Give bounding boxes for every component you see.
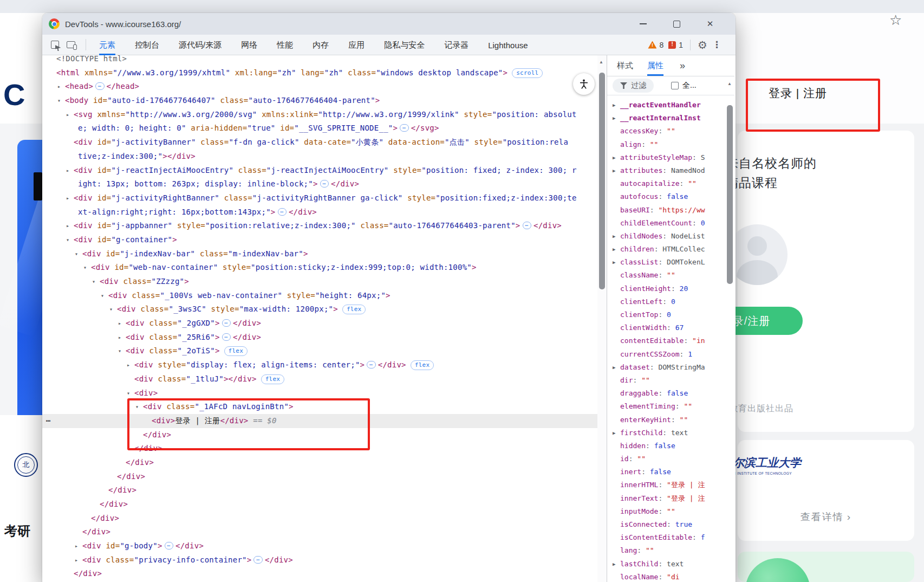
expand-arrow-open[interactable]: ▾ [101,289,104,303]
expand-arrow-closed[interactable]: ▸ [118,316,121,331]
code-line[interactable]: ▸<div id="g-body">⋯</div> [42,539,597,553]
warning-icon[interactable] [648,41,656,49]
panel-tab-属性[interactable]: 属性 [647,55,663,76]
code-line[interactable]: ▾<div class="ZZzzg"> [42,275,597,289]
code-line[interactable]: ight: 13px; bottom: 263px; display: inli… [42,177,597,191]
collapsed-content-icon[interactable]: ⋯ [320,180,329,187]
property-row-childNodes[interactable]: ▶childNodes: NodeList [607,230,726,243]
code-line[interactable]: </div> [42,525,597,539]
more-menu-icon[interactable]: ⋮ [712,39,721,50]
devtools-tab-元素[interactable]: 元素 [99,35,115,55]
property-row-clientTop[interactable]: clientTop: 0 [607,308,726,321]
close-button[interactable]: ✕ [693,14,727,34]
property-row-draggable[interactable]: draggable: false [607,387,726,400]
scroll-up-icon[interactable]: ▲ [727,81,732,86]
expand-arrow-closed[interactable]: ▶ [613,256,615,269]
code-line[interactable]: ▾<div class="_3ws3C" style="max-width: 1… [42,302,597,316]
expand-arrow-open[interactable]: ▾ [75,247,78,261]
expand-arrow-closed[interactable]: ▸ [118,331,121,345]
property-row-childElementCount[interactable]: childElementCount: 0 [607,217,726,230]
minimize-button[interactable] [626,14,660,34]
expand-arrow-closed[interactable]: ▶ [613,361,615,374]
expand-arrow-closed[interactable]: ▶ [613,164,615,177]
code-line[interactable]: ▾<body id="auto-id-1764677646407" class=… [42,94,597,108]
code-line[interactable]: ▸<head>⋯</head> [42,80,597,94]
code-line[interactable]: ▾<div class="_1AFcD navLoginBtn"> [42,400,597,414]
property-row-enterKeyHint[interactable]: enterKeyHint: "" [607,413,726,426]
property-row-__reactInternalInst[interactable]: ▶__reactInternalInst [607,112,726,125]
code-line[interactable]: ▸<div class="_2gGXD">⋯</div> [42,316,597,331]
properties-scrollbar-thumb[interactable] [727,105,733,284]
show-all-checkbox[interactable] [671,82,679,89]
expand-arrow-closed[interactable]: ▸ [66,164,69,178]
flex-badge[interactable]: flex [411,360,434,370]
expand-arrow-open[interactable]: ▾ [83,261,87,275]
view-details-link[interactable]: 查看详情› [738,510,914,523]
code-line[interactable]: </div> [42,512,597,526]
login-register-button[interactable]: 登录 | 注册 [769,86,827,101]
property-row-inputMode[interactable]: inputMode: "" [607,505,726,518]
expand-arrow-closed[interactable]: ▶ [613,426,615,439]
code-line[interactable]: </div> [42,442,597,456]
code-line[interactable]: ▸<div id="j-appbanner" style="position:r… [42,219,597,233]
code-line[interactable]: </div> [42,567,597,581]
expand-arrow-open[interactable]: ▾ [127,386,130,400]
expand-arrow-closed[interactable]: ▸ [57,80,61,94]
property-row-baseURI[interactable]: baseURI: "https://ww [607,204,726,217]
devtools-tab-Lighthouse[interactable]: Lighthouse [488,35,528,55]
property-row-clientHeight[interactable]: clientHeight: 20 [607,282,726,295]
property-row-clientLeft[interactable]: clientLeft: 0 [607,295,726,308]
expand-arrow-closed[interactable]: ▸ [75,539,78,553]
bookmark-star-icon[interactable]: ☆ [889,12,902,29]
code-line[interactable]: xt-align:right;right: 16px;bottom:143px;… [42,205,597,219]
expand-arrow-closed[interactable]: ▶ [613,558,615,571]
scroll-up-icon[interactable]: ▲ [599,60,603,64]
expand-arrow-open[interactable]: ▾ [135,400,139,414]
code-line[interactable]: ▾<div class="_2oTiS">flex [42,344,597,358]
collapsed-content-icon[interactable]: ⋯ [278,208,287,216]
panel-tab-样式[interactable]: 样式 [617,55,633,76]
maximize-button[interactable] [660,14,693,34]
property-row-autocapitalize[interactable]: autocapitalize: "" [607,177,726,190]
devtools-tab-网络[interactable]: 网络 [241,35,257,55]
property-row-clientWidth[interactable]: clientWidth: 67 [607,321,726,334]
error-count[interactable]: 1 [679,41,683,49]
flex-badge[interactable]: flex [342,305,366,314]
expand-arrow-open[interactable]: ▾ [92,275,95,289]
property-row-isContentEditable[interactable]: isContentEditable: f [607,531,726,544]
collapsed-content-icon[interactable]: ⋯ [222,319,231,327]
expand-arrow-open[interactable]: ▾ [118,344,121,358]
code-line[interactable]: ▸<div class="_25Ri6">⋯</div> [42,331,597,345]
property-row-innerHTML[interactable]: innerHTML: "登录 | 注 [607,478,726,492]
devtools-tab-应用[interactable]: 应用 [348,35,365,55]
property-row-innerText[interactable]: innerText: "登录 | 注 [607,492,726,505]
expand-arrow-open[interactable]: ▾ [57,94,61,108]
property-row-id[interactable]: id: "" [607,452,726,465]
code-line[interactable]: <div id="j-activityBanner" class="f-dn g… [42,135,597,150]
kaoyan-label[interactable]: 考研 [4,522,30,540]
property-row-dir[interactable]: dir: "" [607,374,726,387]
expand-arrow-closed[interactable]: ▶ [613,151,615,164]
devtools-tab-性能[interactable]: 性能 [277,35,293,55]
devtools-tab-内存[interactable]: 内存 [313,35,329,55]
filter-input[interactable]: 过滤 [613,79,654,93]
expand-arrow-closed[interactable]: ▸ [75,553,78,567]
elements-scrollbar[interactable]: ▲ [597,55,607,582]
property-row-elementTiming[interactable]: elementTiming: "" [607,400,726,413]
warning-count[interactable]: 8 [659,41,663,49]
expand-arrow-closed[interactable]: ▸ [127,358,130,372]
property-row-attributeStyleMap[interactable]: ▶attributeStyleMap: S [607,151,726,164]
expand-arrow-closed[interactable]: ▸ [66,191,69,205]
code-line[interactable]: </div> [42,470,597,484]
property-row-firstChild[interactable]: ▶firstChild: text [607,426,726,439]
panel-more-tabs-icon[interactable]: » [680,55,685,76]
expand-arrow-closed[interactable]: ▶ [613,99,615,112]
code-line[interactable]: </div> [42,428,597,442]
expand-arrow-closed[interactable]: ▶ [613,230,615,243]
property-row-lastChild[interactable]: ▶lastChild: text [607,558,726,571]
property-row-localName[interactable]: localName: "di [607,571,726,582]
expand-arrow-closed[interactable]: ▸ [66,219,69,233]
settings-gear-icon[interactable]: ⚙ [698,38,707,51]
flex-badge[interactable]: flex [224,346,248,356]
code-line[interactable]: ▸<div style="display: flex; align-items:… [42,358,597,372]
